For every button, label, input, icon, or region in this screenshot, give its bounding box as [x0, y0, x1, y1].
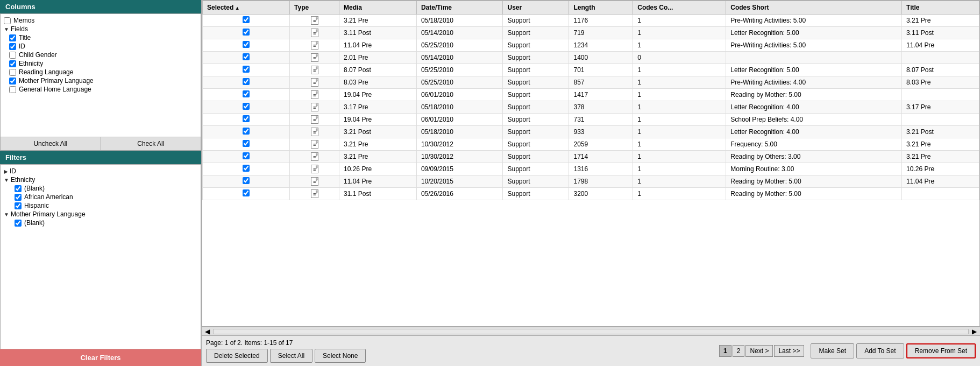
- column-checkbox[interactable]: [4, 17, 11, 24]
- uncheck-all-button[interactable]: Uncheck All: [1, 137, 101, 150]
- column-header-type[interactable]: Type: [290, 1, 339, 15]
- column-checkbox[interactable]: [9, 78, 16, 85]
- row-codes_short-cell: Reading by Others: 3.00: [726, 151, 902, 163]
- column-header-datetime[interactable]: Date/Time: [416, 1, 503, 15]
- filter-label: (Blank): [24, 185, 45, 192]
- columns-header: Columns: [0, 0, 201, 13]
- row-checkbox[interactable]: [243, 53, 250, 60]
- check-all-button[interactable]: Check All: [101, 137, 201, 150]
- scroll-left-icon[interactable]: ◀: [203, 328, 212, 335]
- delete-selected-button[interactable]: Delete Selected: [206, 349, 268, 363]
- row-checkbox[interactable]: [243, 66, 250, 73]
- column-item[interactable]: ID: [4, 42, 197, 51]
- row-title-cell: 3.21 Pre: [902, 138, 979, 151]
- scroll-right-icon[interactable]: ▶: [970, 328, 979, 335]
- page-button-1[interactable]: 1: [719, 345, 732, 357]
- document-type-icon: ≡: [311, 189, 318, 198]
- column-item[interactable]: Memos: [4, 16, 197, 25]
- column-item[interactable]: Mother Primary Language: [4, 76, 197, 85]
- row-codes_short-cell: School Prep Beliefs: 4.00: [726, 114, 902, 126]
- filter-checkbox[interactable]: [15, 194, 22, 201]
- column-header-codes_co[interactable]: Codes Co...: [633, 1, 726, 15]
- column-checkbox[interactable]: [9, 86, 16, 93]
- table-row: ≡19.04 Pre06/01/2010Support7311School Pr…: [203, 114, 979, 126]
- column-item[interactable]: ▼Fields: [4, 25, 197, 33]
- row-codes_short-cell: Letter Recognition: 4.00: [726, 126, 902, 138]
- row-checkbox[interactable]: [243, 140, 250, 147]
- column-header-title[interactable]: Title: [902, 1, 979, 15]
- table-row: ≡3.21 Pre10/30/2012Support20591Frequency…: [203, 138, 979, 151]
- row-datetime-cell: 05/25/2010: [416, 76, 503, 89]
- column-item[interactable]: Ethnicity: [4, 59, 197, 68]
- filter-checkbox[interactable]: [15, 185, 22, 192]
- row-length-cell: 1316: [569, 163, 633, 175]
- column-checkbox[interactable]: [9, 34, 16, 41]
- column-header-user[interactable]: User: [503, 1, 569, 15]
- row-codes_short-cell: Letter Recognition: 5.00: [726, 64, 902, 76]
- column-header-length[interactable]: Length: [569, 1, 633, 15]
- row-user-cell: Support: [503, 64, 569, 76]
- row-codes_short-cell: [726, 52, 902, 64]
- document-type-icon: ≡: [311, 103, 318, 111]
- column-item[interactable]: General Home Language: [4, 85, 197, 94]
- row-codes_short-cell: Pre-Writing Activities: 5.00: [726, 15, 902, 27]
- table-row: ≡3.21 Pre05/18/2010Support11761Pre-Writi…: [203, 15, 979, 27]
- column-header-media[interactable]: Media: [339, 1, 417, 15]
- filter-item[interactable]: (Blank): [4, 184, 197, 193]
- row-checkbox[interactable]: [243, 128, 250, 135]
- column-checkbox[interactable]: [9, 43, 16, 50]
- row-checkbox[interactable]: [243, 16, 250, 23]
- remove-from-set-button[interactable]: Remove From Set: [906, 343, 976, 358]
- document-type-icon: ≡: [311, 165, 318, 173]
- row-codes_co-cell: 1: [633, 76, 726, 89]
- filter-item[interactable]: (Blank): [4, 219, 197, 227]
- filter-checkbox[interactable]: [15, 220, 22, 227]
- row-codes_short-cell: Reading by Mother: 5.00: [726, 175, 902, 188]
- row-checkbox[interactable]: [243, 103, 250, 110]
- filter-group-label: ID: [10, 167, 16, 175]
- column-item[interactable]: Reading Language: [4, 68, 197, 76]
- row-datetime-cell: 05/18/2010: [416, 15, 503, 27]
- select-none-button[interactable]: Select None: [315, 349, 366, 363]
- row-codes_co-cell: 1: [633, 175, 726, 188]
- filter-item[interactable]: Hispanic: [4, 201, 197, 210]
- add-to-set-button[interactable]: Add To Set: [856, 343, 904, 358]
- row-checkbox[interactable]: [243, 165, 250, 172]
- filter-item[interactable]: ▼Mother Primary Language: [4, 210, 197, 219]
- row-checkbox[interactable]: [243, 90, 250, 97]
- next-page-button[interactable]: Next >: [745, 345, 773, 357]
- select-all-button[interactable]: Select All: [270, 349, 313, 363]
- row-media-cell: 8.03 Pre: [339, 76, 417, 89]
- column-checkbox[interactable]: [9, 52, 16, 59]
- column-item[interactable]: Title: [4, 33, 197, 42]
- filter-item[interactable]: ▶ID: [4, 167, 197, 175]
- column-checkbox[interactable]: [9, 60, 16, 67]
- column-header-selected[interactable]: Selected: [203, 1, 290, 15]
- last-page-button[interactable]: Last >>: [774, 345, 804, 357]
- clear-filters-button[interactable]: Clear Filters: [0, 349, 201, 366]
- row-checkbox[interactable]: [243, 152, 250, 159]
- document-type-icon: ≡: [311, 41, 318, 50]
- make-set-button[interactable]: Make Set: [811, 343, 854, 358]
- pagination-info: Page: 1 of 2. Items: 1-15 of 17: [206, 339, 366, 347]
- row-checkbox[interactable]: [243, 115, 250, 122]
- row-type-cell: ≡: [290, 175, 339, 188]
- column-checkbox[interactable]: [9, 69, 16, 76]
- row-checkbox[interactable]: [243, 78, 250, 85]
- page-button-2[interactable]: 2: [733, 345, 745, 357]
- table-row: ≡3.17 Pre05/18/2010Support3781Letter Rec…: [203, 101, 979, 114]
- row-user-cell: Support: [503, 151, 569, 163]
- row-checkbox[interactable]: [243, 189, 250, 196]
- row-codes_short-cell: Reading by Mother: 5.00: [726, 188, 902, 200]
- document-type-icon: ≡: [311, 177, 318, 186]
- row-checkbox[interactable]: [243, 41, 250, 48]
- column-header-codes_short[interactable]: Codes Short: [726, 1, 902, 15]
- row-checkbox[interactable]: [243, 177, 250, 184]
- filter-checkbox[interactable]: [15, 202, 22, 209]
- filter-item[interactable]: ▼Ethnicity: [4, 175, 197, 184]
- row-title-cell: 11.04 Pre: [902, 39, 979, 52]
- row-checkbox[interactable]: [243, 29, 250, 36]
- row-length-cell: 1234: [569, 39, 633, 52]
- column-item[interactable]: Child Gender: [4, 51, 197, 59]
- filter-item[interactable]: African American: [4, 193, 197, 201]
